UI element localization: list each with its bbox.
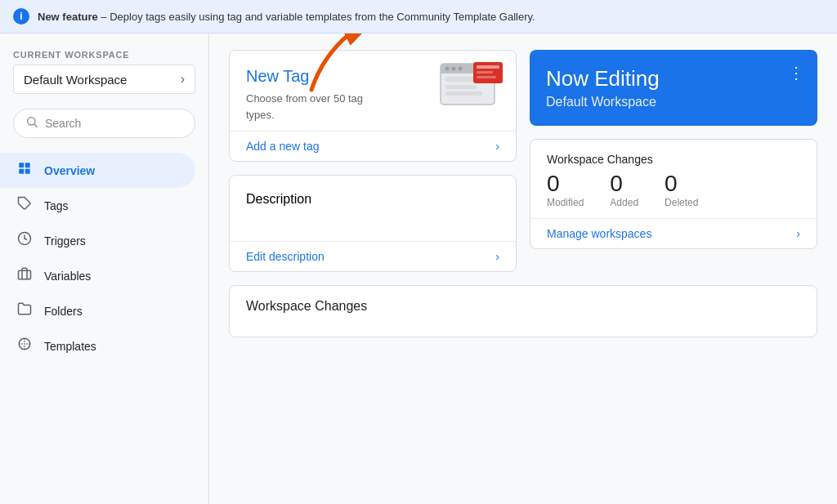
workspace-changes-title: Workspace Changes <box>530 140 817 172</box>
svg-rect-20 <box>477 65 499 69</box>
sidebar-item-variables-label: Variables <box>44 270 91 283</box>
workspace-name: Default Workspace <box>24 73 127 87</box>
workspace-changes-section: Workspace Changes <box>229 285 817 337</box>
modified-label: Modified <box>547 197 584 208</box>
deleted-label: Deleted <box>665 197 698 208</box>
main-layout: CURRENT WORKSPACE Default Workspace › Se… <box>0 33 837 504</box>
svg-rect-18 <box>445 91 482 96</box>
description-card-body: Description <box>230 176 516 241</box>
added-label: Added <box>610 197 638 208</box>
overview-icon <box>16 161 33 180</box>
search-icon <box>25 115 38 132</box>
manage-workspaces-action[interactable]: Manage workspaces › <box>530 218 817 248</box>
svg-point-14 <box>452 67 456 71</box>
search-box[interactable]: Search <box>13 109 195 138</box>
chevron-right-icon: › <box>495 140 499 153</box>
top-banner: i New feature – Deploy tags easily using… <box>0 0 837 33</box>
new-tag-desc: Choose from over 50 tag types. <box>246 91 393 123</box>
sidebar-item-variables[interactable]: Variables <box>0 258 195 293</box>
right-column: ⋮ Now Editing Default Workspace Workspac… <box>530 50 817 272</box>
description-card: Description Edit description › <box>229 175 517 272</box>
workspace-changes-stats: 0 Modified 0 Added 0 Deleted <box>530 172 817 218</box>
templates-icon <box>16 337 33 355</box>
workspace-changes-section-title: Workspace Changes <box>246 299 800 314</box>
now-editing-title: Now Editing <box>546 66 801 91</box>
new-tag-card-body: New Tag Choose from over 50 tag types. <box>230 51 516 131</box>
sidebar-item-folders-label: Folders <box>44 305 83 318</box>
workspace-selector[interactable]: Default Workspace › <box>13 65 195 94</box>
search-section: Search <box>0 100 208 146</box>
chevron-right-icon-desc: › <box>495 250 499 263</box>
workspace-section: CURRENT WORKSPACE Default Workspace › <box>0 33 208 100</box>
modified-stat: 0 Modified <box>547 172 584 208</box>
sidebar: CURRENT WORKSPACE Default Workspace › Se… <box>0 33 209 504</box>
variables-icon <box>16 266 33 285</box>
new-tag-card: New Tag Choose from over 50 tag types. <box>229 50 517 162</box>
svg-point-0 <box>28 118 35 125</box>
modified-number: 0 <box>547 172 584 195</box>
chevron-right-icon: › <box>181 72 185 87</box>
svg-point-15 <box>459 67 463 71</box>
cards-grid: New Tag Choose from over 50 tag types. <box>229 50 817 272</box>
deleted-stat: 0 Deleted <box>665 172 698 208</box>
svg-rect-2 <box>19 163 24 167</box>
triggers-icon <box>16 231 33 250</box>
folders-icon <box>16 301 33 320</box>
sidebar-item-templates[interactable]: Templates <box>0 328 195 364</box>
main-content: New Tag Choose from over 50 tag types. <box>209 33 837 504</box>
workspace-changes-mini-card: Workspace Changes 0 Modified 0 Added 0 D <box>530 139 817 249</box>
sidebar-item-overview[interactable]: Overview <box>0 153 195 188</box>
svg-rect-5 <box>25 169 30 174</box>
info-icon: i <box>13 8 29 25</box>
more-options-button[interactable]: ⋮ <box>788 63 804 83</box>
svg-line-1 <box>34 124 38 127</box>
added-number: 0 <box>610 172 638 195</box>
search-placeholder-text: Search <box>45 117 81 130</box>
left-cards: New Tag Choose from over 50 tag types. <box>229 50 517 272</box>
sidebar-item-folders[interactable]: Folders <box>0 293 195 328</box>
arrow-annotation <box>303 33 401 98</box>
edit-description-action[interactable]: Edit description › <box>230 241 516 271</box>
deleted-number: 0 <box>665 172 698 195</box>
nav-items: Overview Tags Triggers <box>0 146 208 491</box>
svg-rect-22 <box>477 76 496 78</box>
added-stat: 0 Added <box>610 172 638 208</box>
description-title: Description <box>246 192 499 207</box>
now-editing-card: ⋮ Now Editing Default Workspace <box>530 50 817 126</box>
sidebar-item-tags[interactable]: Tags <box>0 188 195 223</box>
tag-illustration <box>439 62 504 113</box>
svg-rect-8 <box>19 270 31 279</box>
svg-point-13 <box>445 67 450 71</box>
svg-rect-3 <box>25 163 30 167</box>
sidebar-item-triggers-label: Triggers <box>44 234 86 248</box>
current-workspace-label: CURRENT WORKSPACE <box>13 50 195 60</box>
svg-rect-17 <box>445 85 477 89</box>
svg-rect-21 <box>477 71 493 74</box>
sidebar-item-templates-label: Templates <box>44 340 96 353</box>
chevron-right-icon-wc: › <box>796 227 800 240</box>
now-editing-subtitle: Default Workspace <box>546 95 801 109</box>
sidebar-item-triggers[interactable]: Triggers <box>0 223 195 258</box>
tags-icon <box>16 196 33 215</box>
add-new-tag-action[interactable]: Add a new tag › <box>230 131 516 161</box>
banner-text: New feature – Deploy tags easily using t… <box>38 11 535 23</box>
svg-rect-4 <box>19 169 24 174</box>
sidebar-item-tags-label: Tags <box>44 199 69 212</box>
sidebar-item-overview-label: Overview <box>44 164 95 177</box>
